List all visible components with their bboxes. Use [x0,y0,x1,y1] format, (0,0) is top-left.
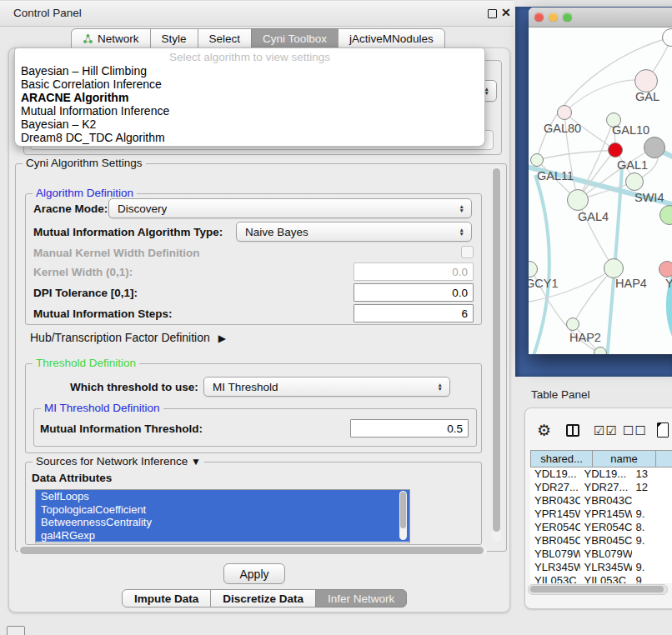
close-icon[interactable]: ✕ [501,6,511,19]
node-gal4[interactable] [567,189,589,211]
minimize-button[interactable] [549,12,558,22]
network-canvas[interactable]: GALGAL80GAL10GAL1GAL11SWI4GAL4GCY1HAP4YH… [529,27,672,354]
attribute-item-betweennesscentrality[interactable]: BetweennessCentrality [36,516,409,529]
attribute-item-gal4rgexp[interactable]: gal4RGexp [36,529,409,542]
table-cell: YBR045C [580,534,632,548]
table-cell: YER054C [530,521,580,534]
node-gal1[interactable] [625,172,644,191]
mi-type-value: Naive Bayes [245,226,308,238]
tab-infer-network[interactable]: Infer Network [315,589,407,608]
kernel-width-label: Kernel Width (0,1): [33,266,133,278]
algorithm-option-bayesian-k2[interactable]: Bayesian – K2 [15,118,484,131]
table-cell: YBR045C [530,534,580,548]
table-cell: YPR145W [530,508,580,521]
float-window-icon[interactable] [488,9,497,18]
which-threshold-combo[interactable]: MI Threshold ▲▼ [203,377,450,397]
table-row[interactable]: YPR145WYPR145W9. [530,508,672,521]
tab-style[interactable]: Style [150,28,198,48]
file-icon[interactable] [657,422,669,438]
table-horizontal-scrollbar[interactable] [528,584,668,595]
tab-network[interactable]: Network [71,28,151,48]
attribute-item-topologicalcoefficient[interactable]: TopologicalCoefficient [36,503,409,517]
hub-definition-toggle[interactable]: Hub/Transcription Factor Definition ▶ [30,331,226,344]
mi-steps-label: Mutual Information Steps: [33,308,173,320]
deselect-all-icon[interactable]: ☐☐ [623,423,647,438]
node-gal11[interactable] [530,153,544,167]
algorithm-option-bayesian-hill-climbing[interactable]: Bayesian – Hill Climbing [15,64,484,78]
table-row[interactable]: YBR043CYBR043C [530,494,672,508]
table-row[interactable]: YDL19...YDL19...13 [530,468,672,481]
table-cell: 12 [632,481,672,494]
table-cell: YBL079W [530,548,580,561]
node-y[interactable] [659,261,672,278]
column-header-2[interactable] [655,450,672,468]
network-window-titlebar[interactable] [529,8,672,28]
algorithm-option-basic-correlation-inference[interactable]: Basic Correlation Inference [15,78,484,91]
zoom-button[interactable] [563,12,572,22]
algorithm-option-dream8-dc-tdc-algorithm[interactable]: Dream8 DC_TDC Algorithm [15,131,484,144]
column-header-shared[interactable]: shared... [530,450,593,468]
node-gal80[interactable] [557,105,572,120]
table-cell: YLR345W [530,561,580,574]
node-hap4[interactable] [604,258,624,278]
apply-button[interactable]: Apply [223,563,285,584]
table-cell: 9. [632,508,672,521]
node-label: GAL80 [544,122,581,135]
table-cell: YER054C [580,521,632,534]
node-label: HAP2 [569,331,601,344]
node[interactable] [608,142,623,158]
spinner-arrows-icon: ▲▼ [484,87,496,95]
list-scrollbar[interactable] [399,491,407,540]
table-cell: YDR27... [580,481,632,494]
data-attributes-label: Data Attributes [32,472,112,484]
table-cell: 9 [632,574,672,583]
table-row[interactable]: YBL079WYBL079W [530,548,672,561]
tab-discretize-data[interactable]: Discretize Data [210,589,316,608]
table-cell: 9. [632,534,672,548]
dropdown-items: Bayesian – Hill ClimbingBasic Correlatio… [15,64,484,144]
tab-jactivemnodules[interactable]: jActiveMNodules [338,28,445,48]
app-root: Control Panel ✕ NetworkStyleSelectCyni T… [0,0,672,635]
manual-kernel-label: Manual Kernel Width Definition [33,247,199,259]
aracne-mode-combo[interactable]: Discovery ▲▼ [108,198,472,218]
table-row[interactable]: YER054CYER054C8. [530,521,672,534]
manual-kernel-checkbox[interactable] [461,246,474,258]
gear-icon[interactable]: ⚙ [537,421,551,440]
table-row[interactable]: YLR345WYLR345W9. [530,561,672,574]
mi-steps-field[interactable] [354,304,474,322]
table-cell [632,548,672,561]
columns-icon[interactable] [566,424,579,437]
attribute-item-selfloops[interactable]: SelfLoops [36,490,409,503]
node-label: SWI4 [634,191,664,204]
settings-vertical-scrollbar[interactable] [492,167,501,542]
close-button[interactable] [534,12,544,22]
tab-impute-data[interactable]: Impute Data [122,589,211,608]
node[interactable] [594,347,607,354]
which-threshold-label: Which threshold to use: [70,381,198,393]
tab-cyni-toolbox[interactable]: Cyni Toolbox [251,28,339,48]
node-label: GAL11 [537,169,574,182]
node-gal[interactable] [634,69,658,92]
algorithm-option-mutual-information-inference[interactable]: Mutual Information Inference [15,104,484,118]
algorithm-option-aracne-algorithm[interactable]: ARACNE Algorithm [15,91,484,104]
sources-legend[interactable]: Sources for Network Inference ▼ [33,455,204,468]
table-cell: YBR043C [580,494,632,508]
column-header-name[interactable]: name [592,450,656,468]
dock-panel-icon[interactable] [7,626,25,635]
table-row[interactable]: YIL053CYIL053C9 [530,574,672,583]
node-hap2[interactable] [566,318,579,331]
network-window: GALGAL80GAL10GAL1GAL11SWI4GAL4GCY1HAP4YH… [529,8,672,354]
table-row[interactable]: YBR045CYBR045C9. [530,534,672,548]
mi-type-label: Mutual Information Algorithm Type: [33,226,223,238]
select-all-icon[interactable]: ☑☑ [594,423,618,438]
table-body: YDL19...YDL19...13YDR27...YDR27...12YBR0… [530,468,672,583]
mi-threshold-field[interactable] [350,419,469,438]
control-panel-titlebar: Control Panel ✕ [0,0,514,27]
table-row[interactable]: YDR27...YDR27...12 [530,481,672,494]
data-attributes-list[interactable]: SelfLoopsTopologicalCoefficientBetweenne… [35,489,410,543]
node[interactable] [644,137,665,158]
settings-horizontal-scrollbar[interactable] [18,546,487,555]
mi-type-combo[interactable]: Naive Bayes ▲▼ [236,222,472,242]
dpi-tolerance-field[interactable] [354,283,474,302]
tab-select[interactable]: Select [198,28,253,48]
